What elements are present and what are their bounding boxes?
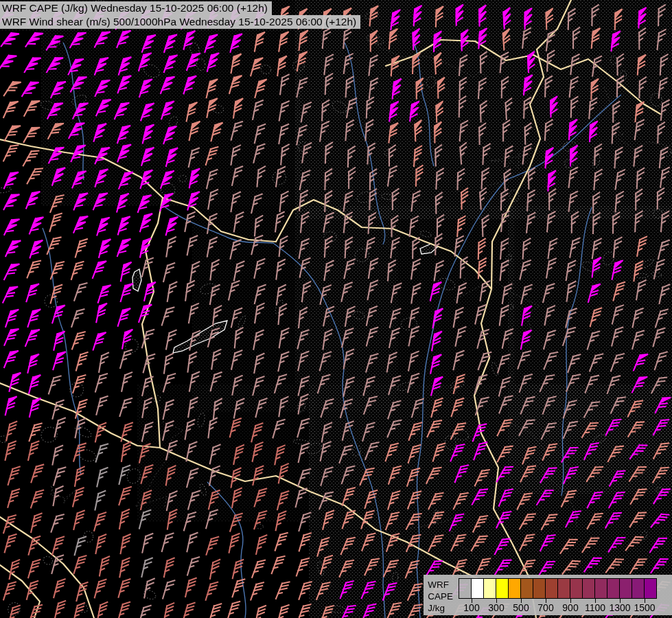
legend-tick-row: 100300500700900110013001500 (459, 599, 667, 614)
legend-swatch (520, 578, 533, 599)
map-title-overlay: WRF CAPE (J/kg) Wednesday 15-10-2025 06:… (0, 1, 360, 29)
legend-tick-label: 1100 (583, 602, 607, 613)
legend-label-block: WRF CAPE J/kg (428, 579, 453, 614)
legend-tick-label: 300 (484, 602, 509, 613)
legend-swatch (557, 578, 570, 599)
legend-tick-label: 1500 (632, 602, 657, 613)
legend-swatch (607, 578, 620, 599)
legend-tick-label: 700 (533, 602, 558, 613)
weather-map-stage: WRF CAPE (J/kg) Wednesday 15-10-2025 06:… (0, 0, 672, 618)
legend-label-unit: J/kg (428, 602, 453, 614)
legend-swatch (632, 578, 645, 599)
legend-swatch (644, 578, 657, 599)
title-windshear-line: WRF Wind shear (m/s) 500/1000hPa Wednesd… (0, 15, 360, 29)
legend-label-wrf: WRF (428, 579, 453, 591)
legend-tick-label: 1300 (607, 602, 632, 613)
legend-label-cape: CAPE (428, 591, 453, 602)
legend-scale: 100300500700900110013001500 (459, 578, 667, 614)
legend-swatch (471, 578, 484, 599)
legend-swatch (508, 578, 521, 599)
legend-swatch (459, 578, 472, 599)
legend-tick-label: 100 (459, 602, 484, 613)
title-cape-line: WRF CAPE (J/kg) Wednesday 15-10-2025 06:… (0, 1, 272, 15)
cape-stipple-patch (137, 385, 316, 522)
legend-swatch (582, 578, 595, 599)
legend-swatch (545, 578, 558, 599)
legend-swatch (594, 578, 607, 599)
legend-swatch (570, 578, 583, 599)
cape-legend: WRF CAPE J/kg 10030050070090011001300150… (424, 575, 672, 615)
legend-swatch (619, 578, 632, 599)
legend-swatch (496, 578, 509, 599)
legend-tick-label: 500 (509, 602, 533, 613)
legend-swatch (483, 578, 496, 599)
legend-swatch-row (459, 578, 667, 599)
legend-tick-label: 900 (558, 602, 583, 613)
map-canvas (0, 0, 672, 618)
legend-swatch (533, 578, 546, 599)
